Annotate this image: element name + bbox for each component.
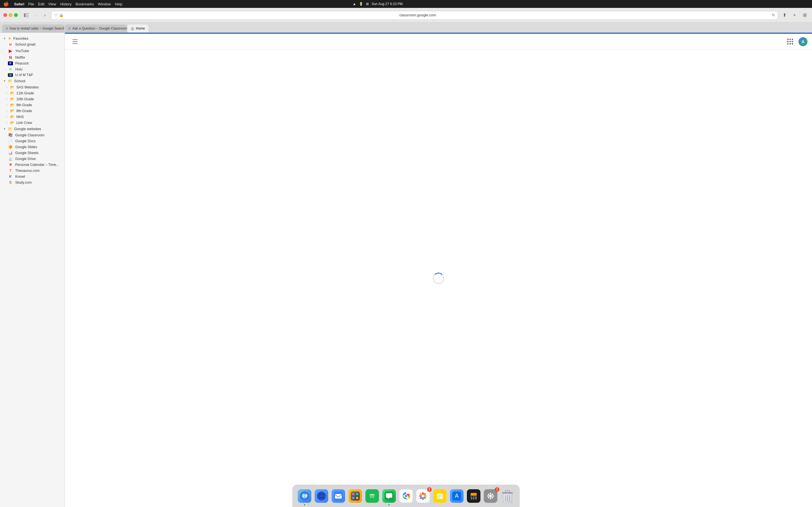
google-sheets-label: Google Sheets [15,151,39,155]
netflix-icon: N [8,55,13,60]
school-folder[interactable]: ▼ 📁 School [0,78,64,84]
favorites-chevron: ▼ [3,37,6,40]
knowt-label: Knowt [15,175,25,179]
google-docs-label: Google Docs [15,139,36,143]
browser-window: ‹ › 🛡 🔒 classroom.google.com ↻ ⬆ + ⊞ G h… [0,8,406,253]
tab-label-2: Ask a Question – Google Classroom Commun… [72,26,127,31]
google-websites-folder-label: Google websites [14,127,41,131]
favorites-star-icon: ★ [8,36,11,41]
google-drive-icon: △ [8,157,13,161]
bookmarks-sidebar: ▼ ★ Favorites M School gmail ▶ YouTube N… [0,33,65,253]
favorites-label: Favorites [13,36,28,41]
main-content: A [65,33,406,253]
gmail-icon: M [8,43,13,47]
address-bar[interactable]: 🛡 🔒 classroom.google.com ↻ [51,11,406,20]
sidebar-label-hulu: Hulu [15,67,22,71]
menubar: 🍎 Safari File Edit View History Bookmark… [0,0,406,8]
sidebar-item-netflix[interactable]: N Netflix [0,54,64,61]
privacy-icon: 🛡 [54,13,57,17]
study-icon: S [8,180,13,184]
10th-label: 10th Grade [16,97,34,101]
menu-view[interactable]: View [49,2,56,6]
app-name[interactable]: Safari [14,2,24,6]
google-favicon-2: G [68,27,71,30]
google-websites-folder-icon: 📁 [8,127,12,131]
sidebar-label-uofmtf: U of M T&F [15,73,33,77]
sidebar-item-10th-grade[interactable]: › 📂 10th Grade [0,96,64,102]
tab-home[interactable]: 🏠 Home [128,24,148,33]
wifi-icon[interactable]: ▲ [353,2,356,6]
thesaurus-label: Thesaurus.com [15,169,40,173]
url-text[interactable]: classroom.google.com [65,13,406,17]
google-classroom-icon: 📚 [8,133,13,137]
linkcrew-label: Link Crew [16,121,32,125]
tab-label: how to restart safar – Google Search [10,26,64,31]
nhs-chevron: › [5,115,8,118]
8th-folder-icon: 📂 [10,109,15,113]
sidebar-item-9th-grade[interactable]: › 📂 9th Grade [0,102,64,108]
sidebar-item-google-drive[interactable]: △ Google Drive [0,156,64,162]
sidebar-item-nhs[interactable]: › 📂 NHS [0,114,64,120]
sas-label: SAS Websites [16,86,39,89]
menu-edit[interactable]: Edit [38,2,44,6]
menu-help[interactable]: Help [115,2,122,6]
tab-google-search[interactable]: G how to restart safar – Google Search [2,24,64,33]
google-favicon: G [6,27,8,30]
sidebar-item-youtube[interactable]: ▶ YouTube [0,47,64,54]
google-slides-label: Google Slides [15,145,37,149]
hamburger-line-1 [72,40,78,40]
menu-window[interactable]: Window [98,2,111,6]
sidebar-item-google-docs[interactable]: 📄 Google Docs [0,138,64,144]
sidebar-item-school-gmail[interactable]: M School gmail [0,42,64,47]
9th-folder-icon: 📂 [10,103,15,107]
back-button[interactable]: ‹ [33,11,40,19]
10th-chevron: › [5,98,8,101]
apple-menu[interactable]: 🍎 [3,1,9,7]
svg-rect-1 [26,13,29,14]
menu-file[interactable]: File [28,2,34,6]
menu-history[interactable]: History [60,2,71,6]
sidebar-item-study[interactable]: S Study.com [0,179,64,185]
menu-button[interactable] [69,36,81,47]
browser-titlebar: ‹ › 🛡 🔒 classroom.google.com ↻ ⬆ + ⊞ [0,8,406,22]
minimize-button[interactable] [9,13,12,17]
sidebar-item-hulu[interactable]: h Hulu [0,66,64,72]
google-slides-icon: 🔶 [8,145,13,149]
clock: Sun Aug 27 6:10 PM [371,2,403,6]
google-sheets-icon: 📊 [8,151,13,155]
school-chevron: ▼ [3,79,6,82]
sidebar-toggle-button[interactable] [22,11,30,19]
favorites-section[interactable]: ▼ ★ Favorites [0,35,64,42]
google-websites-folder[interactable]: ▼ 📁 Google websites [0,126,64,132]
8th-chevron: › [5,109,8,112]
menu-bookmarks[interactable]: Bookmarks [75,2,94,6]
sidebar-item-knowt[interactable]: K Knowt [0,173,64,179]
sidebar-item-google-slides[interactable]: 🔶 Google Slides [0,144,64,150]
personal-calendar-icon: ✖ [8,163,13,167]
tabs-bar: G how to restart safar – Google Search G… [0,22,406,33]
close-button[interactable] [3,13,7,17]
9th-label: 9th Grade [16,103,32,107]
sidebar-item-google-classroom[interactable]: 📚 Google Classroom [0,132,64,138]
svg-rect-0 [24,13,26,17]
sidebar-item-peacock[interactable]: P Peacock [0,61,64,66]
8th-label: 8th Grade [16,109,32,113]
peacock-icon: P [8,61,13,65]
forward-button[interactable]: › [41,11,49,19]
battery-icon: 🔋 [359,2,363,6]
sidebar-item-8th-grade[interactable]: › 📂 8th Grade [0,108,64,114]
tab-google-classroom-community[interactable]: G Ask a Question – Google Classroom Comm… [65,24,127,33]
control-center-icon[interactable]: ⊞ [366,2,369,6]
sidebar-item-thesaurus[interactable]: T Thesaurus.com [0,168,64,173]
sidebar-item-11th-grade[interactable]: › 📂 11th Grade [0,90,64,96]
sidebar-label-youtube: YouTube [15,49,29,53]
traffic-lights [3,13,18,17]
school-folder-icon: 📁 [8,79,12,83]
sidebar-item-link-crew[interactable]: › 📂 Link Crew [0,120,64,126]
uofmtf-icon: U [8,73,13,77]
sidebar-item-google-sheets[interactable]: 📊 Google Sheets [0,150,64,156]
sidebar-item-personal-calendar[interactable]: ✖ Personal Calendar – Time... [0,162,64,168]
sidebar-item-uofmtf[interactable]: U U of M T&F [0,72,64,78]
sidebar-item-sas-websites[interactable]: › 📂 SAS Websites [0,84,64,90]
maximize-button[interactable] [14,13,18,17]
